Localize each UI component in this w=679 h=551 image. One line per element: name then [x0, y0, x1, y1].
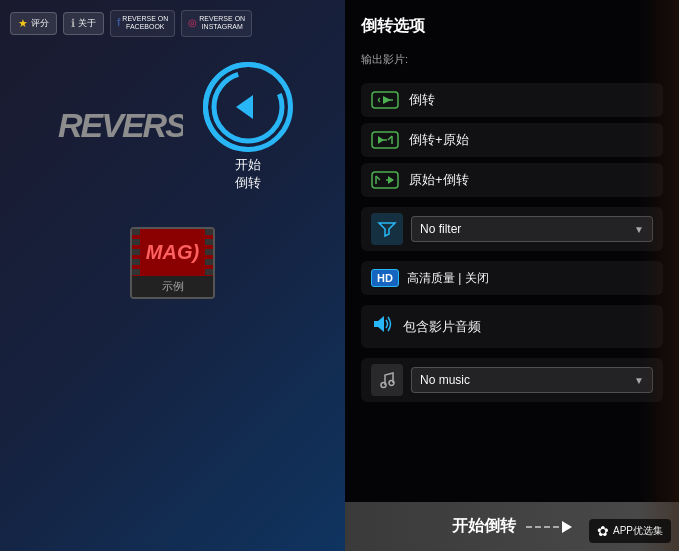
- facebook-button[interactable]: f REVERSE ONFACEBOOK: [110, 10, 175, 37]
- reverse-original-icon: [371, 130, 399, 150]
- panel-content: 倒转选项 输出影片: 倒转: [345, 0, 679, 502]
- hd-badge: HD: [371, 269, 399, 287]
- music-dropdown-arrow: ▼: [634, 375, 644, 386]
- svg-point-11: [381, 383, 386, 388]
- left-panel: ★ 评分 ℹ 关于 f REVERSE ONFACEBOOK ◎ REVERSE…: [0, 0, 345, 551]
- facebook-icon: f: [117, 17, 120, 29]
- rate-button[interactable]: ★ 评分: [10, 12, 57, 35]
- svg-marker-10: [374, 316, 384, 332]
- audio-label: 包含影片音频: [403, 318, 481, 336]
- wm-icon: ✿: [597, 523, 609, 539]
- reverse-icon: [371, 90, 399, 110]
- watermark: ✿ APP优选集: [589, 519, 671, 543]
- app-logo: REVERSE: [53, 103, 183, 151]
- svg-text:REVERSE: REVERSE: [58, 106, 183, 143]
- original-reverse-icon: [371, 170, 399, 190]
- music-row: No music ▼: [361, 358, 663, 402]
- play-button[interactable]: [203, 62, 293, 152]
- right-panel: 倒转选项 输出影片: 倒转: [345, 0, 679, 551]
- output-label: 输出影片:: [361, 52, 663, 67]
- filter-select[interactable]: No filter ▼: [411, 216, 653, 242]
- svg-point-12: [389, 381, 394, 386]
- quality-row[interactable]: HD 高清质量 | 关闭: [361, 261, 663, 295]
- instagram-button[interactable]: ◎ REVERSE ONINSTAGRAM: [181, 10, 252, 37]
- info-icon: ℹ: [71, 17, 75, 30]
- start-text: 开始 倒转: [235, 156, 261, 192]
- option-original-reverse[interactable]: 原始+倒转: [361, 163, 663, 197]
- panel-title: 倒转选项: [361, 16, 663, 37]
- svg-point-1: [214, 73, 282, 141]
- output-options: 倒转 倒转+原始: [361, 83, 663, 197]
- option-reverse-label: 倒转: [409, 91, 435, 109]
- arrow-dashes: [526, 521, 572, 533]
- quality-text: 高清质量 | 关闭: [407, 270, 489, 287]
- option-reverse-original[interactable]: 倒转+原始: [361, 123, 663, 157]
- sample-thumbnail[interactable]: MAG) 示例: [130, 227, 215, 299]
- music-icon: [371, 364, 403, 396]
- speaker-icon: [371, 313, 393, 340]
- star-icon: ★: [18, 17, 28, 30]
- thumb-label: 示例: [132, 276, 213, 297]
- audio-row[interactable]: 包含影片音频: [361, 305, 663, 348]
- filter-row: No filter ▼: [361, 207, 663, 251]
- music-select[interactable]: No music ▼: [411, 367, 653, 393]
- svg-marker-2: [236, 95, 253, 119]
- filter-icon: [371, 213, 403, 245]
- option-original-reverse-label: 原始+倒转: [409, 171, 469, 189]
- thumb-image: MAG): [132, 229, 213, 276]
- filter-dropdown-arrow: ▼: [634, 224, 644, 235]
- about-button[interactable]: ℹ 关于: [63, 12, 104, 35]
- instagram-icon: ◎: [188, 17, 197, 29]
- option-reverse-original-label: 倒转+原始: [409, 131, 469, 149]
- logo-area: REVERSE 开始 倒转: [53, 62, 293, 299]
- option-reverse[interactable]: 倒转: [361, 83, 663, 117]
- nav-bar: ★ 评分 ℹ 关于 f REVERSE ONFACEBOOK ◎ REVERSE…: [10, 10, 335, 37]
